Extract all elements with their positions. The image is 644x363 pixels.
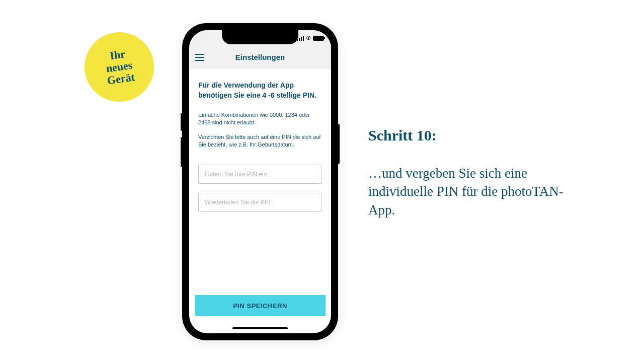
phone-side-button <box>338 124 340 164</box>
app-header: Einstellungen <box>189 46 331 68</box>
pin-input[interactable] <box>198 165 322 184</box>
device-badge-text: Ihr neues Gerät <box>103 47 136 87</box>
save-pin-button[interactable]: PIN SPEICHERN <box>195 295 326 316</box>
pin-repeat-input[interactable] <box>198 193 322 212</box>
app-content: Für die Verwendung der App benötigen Sie… <box>189 68 331 212</box>
phone-side-button <box>181 113 183 131</box>
instruction-panel: Schritt 10: …und vergeben Sie sich eine … <box>368 127 580 219</box>
battery-icon <box>313 36 324 41</box>
phone-side-button <box>181 137 183 167</box>
pin-heading: Für die Verwendung der App benötigen Sie… <box>198 81 322 100</box>
hamburger-menu-icon[interactable] <box>195 54 204 61</box>
phone-frame: ⦿ Einstellungen Für die Verwendung der A… <box>182 23 338 340</box>
wifi-icon: ⦿ <box>306 35 311 41</box>
phone-notch <box>222 30 298 44</box>
step-title: Schritt 10: <box>368 127 580 144</box>
header-title: Einstellungen <box>235 53 285 61</box>
home-indicator <box>232 327 288 329</box>
pin-info-2: Verzichten Sie bitte auch auf eine PIN d… <box>198 133 322 149</box>
device-badge: Ihr neues Gerät <box>80 28 158 106</box>
phone-screen: ⦿ Einstellungen Für die Verwendung der A… <box>189 30 331 333</box>
pin-info-1: Einfache Kombinationen wie 0000, 1234 od… <box>198 111 322 126</box>
step-body: …und vergeben Sie sich eine individuelle… <box>368 164 580 219</box>
